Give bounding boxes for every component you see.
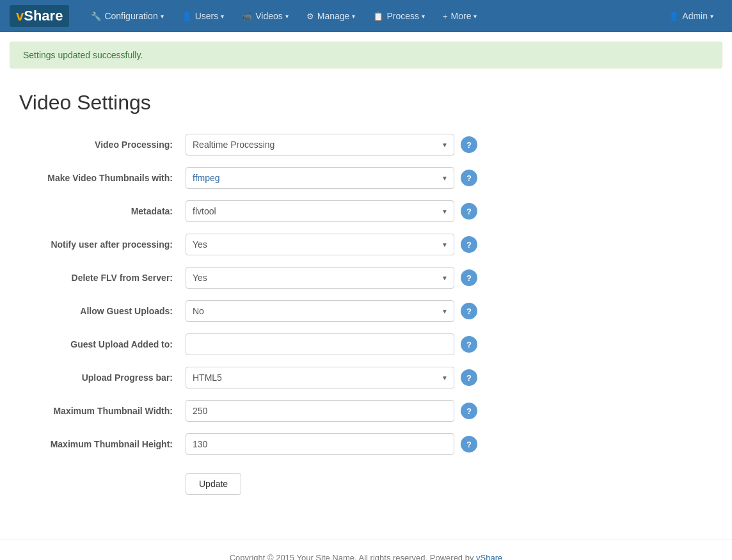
nav-link-users[interactable]: 👤 Users ▾ (173, 0, 234, 32)
help-button-allow-guest-uploads[interactable]: ? (461, 303, 477, 319)
brand-logo[interactable]: vShare (10, 5, 69, 27)
nav-link-admin[interactable]: 👤 Admin ▾ (660, 0, 722, 32)
form-row-max-thumbnail-width: Maximum Thumbnail Width:? (19, 400, 518, 422)
nav-link-more[interactable]: + More ▾ (434, 0, 486, 32)
success-alert: Settings updated successfully. (10, 42, 722, 68)
control-wrap-allow-guest-uploads: YesNo? (186, 300, 518, 322)
label-allow-guest-uploads: Allow Guest Uploads: (19, 306, 186, 316)
select-upload-progress-bar[interactable]: HTML5Flash (186, 367, 454, 388)
nav-item-more: + More ▾ (434, 0, 486, 32)
label-notify-user: Notify user after processing: (19, 239, 186, 250)
nav-label-process: Process (386, 11, 419, 21)
input-max-thumbnail-width[interactable] (186, 400, 454, 422)
nav-label-more: More (451, 11, 472, 21)
select-wrapper-allow-guest-uploads: YesNo (186, 300, 454, 322)
footer-link[interactable]: vShare (476, 553, 502, 560)
nav-label-users: Users (195, 11, 219, 21)
chevron-down-icon-4: ▾ (352, 13, 355, 20)
navbar: vShare 🔧 Configuration ▾ 👤 Users ▾ 📹 Vid… (0, 0, 732, 32)
label-max-thumbnail-width: Maximum Thumbnail Width: (19, 406, 186, 416)
main-content: Video Settings Video Processing:Realtime… (0, 78, 732, 514)
configuration-icon: 🔧 (91, 12, 101, 21)
nav-label-videos: Videos (255, 11, 283, 21)
control-wrap-delete-flv: YesNo? (186, 267, 518, 289)
nav-label-admin: Admin (682, 11, 708, 21)
help-button-upload-progress-bar[interactable]: ? (461, 369, 477, 386)
chevron-down-icon-5: ▾ (422, 13, 425, 20)
form-row-make-video-thumbnails: Make Video Thumbnails with:ffmpegImageMa… (19, 167, 518, 189)
form-row-allow-guest-uploads: Allow Guest Uploads:YesNo? (19, 300, 518, 322)
admin-icon: 👤 (669, 12, 679, 21)
control-wrap-video-processing: Realtime ProcessingBackground Processing… (186, 134, 518, 156)
manage-icon: ⚙ (306, 12, 314, 21)
nav-menu: 🔧 Configuration ▾ 👤 Users ▾ 📹 Videos ▾ ⚙… (82, 0, 660, 32)
select-allow-guest-uploads[interactable]: YesNo (186, 300, 454, 322)
label-delete-flv: Delete FLV from Server: (19, 273, 186, 283)
form-row-delete-flv: Delete FLV from Server:YesNo? (19, 267, 518, 289)
form-row-video-processing: Video Processing:Realtime ProcessingBack… (19, 134, 518, 156)
help-button-make-video-thumbnails[interactable]: ? (461, 170, 477, 186)
select-make-video-thumbnails[interactable]: ffmpegImageMagick (186, 167, 454, 189)
form-row-upload-progress-bar: Upload Progress bar:HTML5Flash? (19, 367, 518, 388)
label-upload-progress-bar: Upload Progress bar: (19, 372, 186, 383)
select-wrapper-video-processing: Realtime ProcessingBackground Processing (186, 134, 454, 156)
help-button-max-thumbnail-height[interactable]: ? (461, 436, 477, 452)
label-make-video-thumbnails: Make Video Thumbnails with: (19, 173, 186, 183)
select-wrapper-make-video-thumbnails: ffmpegImageMagick (186, 167, 454, 189)
label-metadata: Metadata: (19, 206, 186, 216)
select-metadata[interactable]: flvtoolffprobe (186, 200, 454, 222)
control-wrap-make-video-thumbnails: ffmpegImageMagick? (186, 167, 518, 189)
nav-item-configuration: 🔧 Configuration ▾ (82, 0, 172, 32)
label-max-thumbnail-height: Maximum Thumbnail Height: (19, 439, 186, 449)
chevron-down-icon-admin: ▾ (710, 13, 713, 20)
chevron-down-icon-3: ▾ (285, 13, 289, 20)
control-wrap-guest-upload-added-to: ? (186, 333, 518, 355)
help-button-notify-user[interactable]: ? (461, 236, 477, 253)
nav-link-manage[interactable]: ⚙ Manage ▾ (298, 0, 365, 32)
nav-right: 👤 Admin ▾ (660, 0, 722, 32)
plus-icon: + (443, 12, 448, 21)
nav-item-users: 👤 Users ▾ (173, 0, 234, 32)
control-wrap-max-thumbnail-width: ? (186, 400, 518, 422)
nav-item-process: 📋 Process ▾ (364, 0, 434, 32)
select-wrapper-upload-progress-bar: HTML5Flash (186, 367, 454, 388)
control-wrap-metadata: flvtoolffprobe? (186, 200, 518, 222)
brand-v: v (16, 8, 24, 24)
brand-share: Share (24, 8, 63, 24)
control-wrap-upload-progress-bar: HTML5Flash? (186, 367, 518, 388)
help-button-delete-flv[interactable]: ? (461, 269, 477, 286)
form-row-notify-user: Notify user after processing:YesNo? (19, 234, 518, 255)
control-wrap-max-thumbnail-height: ? (186, 433, 518, 455)
select-wrapper-delete-flv: YesNo (186, 267, 454, 289)
help-button-max-thumbnail-width[interactable]: ? (461, 403, 477, 419)
select-wrapper-metadata: flvtoolffprobe (186, 200, 454, 222)
select-notify-user[interactable]: YesNo (186, 234, 454, 255)
help-button-video-processing[interactable]: ? (461, 136, 477, 153)
nav-link-configuration[interactable]: 🔧 Configuration ▾ (82, 0, 172, 32)
select-wrapper-notify-user: YesNo (186, 234, 454, 255)
select-delete-flv[interactable]: YesNo (186, 267, 454, 289)
help-button-guest-upload-added-to[interactable]: ? (461, 336, 477, 353)
help-button-metadata[interactable]: ? (461, 203, 477, 220)
nav-item-manage: ⚙ Manage ▾ (298, 0, 365, 32)
update-button-row: Update (19, 467, 713, 495)
form-row-guest-upload-added-to: Guest Upload Added to:? (19, 333, 518, 355)
input-max-thumbnail-height[interactable] (186, 433, 454, 455)
input-guest-upload-added-to[interactable] (186, 333, 454, 355)
process-icon: 📋 (373, 12, 383, 21)
footer-text: Copyright © 2015 Your Site Name. All rig… (230, 553, 476, 560)
nav-label-manage: Manage (317, 11, 350, 21)
chevron-down-icon-6: ▾ (473, 13, 477, 20)
alert-message: Settings updated successfully. (23, 50, 143, 60)
control-wrap-notify-user: YesNo? (186, 234, 518, 255)
chevron-down-icon-2: ▾ (221, 13, 224, 20)
nav-link-videos[interactable]: 📹 Videos ▾ (233, 0, 298, 32)
nav-link-process[interactable]: 📋 Process ▾ (364, 0, 434, 32)
select-video-processing[interactable]: Realtime ProcessingBackground Processing (186, 134, 454, 156)
form-row-max-thumbnail-height: Maximum Thumbnail Height:? (19, 433, 518, 455)
nav-item-videos: 📹 Videos ▾ (233, 0, 298, 32)
label-guest-upload-added-to: Guest Upload Added to: (19, 339, 186, 349)
videos-icon: 📹 (242, 12, 252, 21)
update-button[interactable]: Update (186, 473, 241, 495)
users-icon: 👤 (182, 12, 192, 21)
